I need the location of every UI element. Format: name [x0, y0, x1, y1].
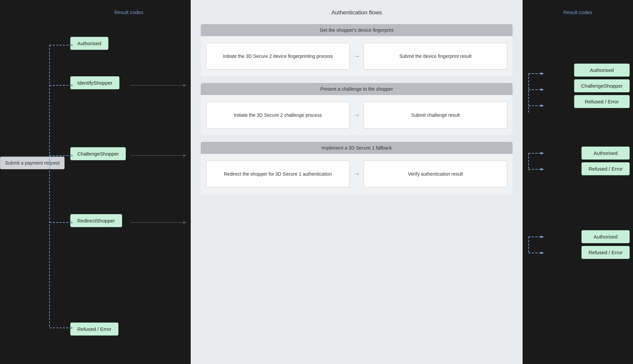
- fallback-step1: Redirect the shopper for 3D Secure 1 aut…: [206, 161, 350, 187]
- right-results-fingerprint: Authorised ChallengeShopper Refused / Er…: [574, 64, 630, 108]
- challenge-header: Present a challenge to the shopper: [201, 83, 513, 95]
- left-svg-lines: [0, 0, 191, 364]
- result-box-redirectshopper: RedirectShopper: [70, 214, 122, 227]
- right-result-authorised-3: Authorised: [581, 230, 630, 243]
- fingerprint-step1: Initiate the 3D Secure 2 device fingerpr…: [206, 43, 350, 70]
- right-result-authorised-1: Authorised: [574, 64, 630, 77]
- left-result-authorised: Authorised: [70, 37, 108, 50]
- fallback-header: Implement a 3D Secure 1 fallback: [201, 142, 513, 154]
- right-result-refused-1: Refused / Error: [574, 95, 630, 108]
- center-title: Authentication flows: [201, 9, 513, 16]
- svg-marker-27: [541, 152, 544, 155]
- right-result-challengeshopper-1: ChallengeShopper: [574, 79, 630, 92]
- left-panel: Result codes Submit a payment request Au…: [0, 0, 191, 364]
- svg-marker-15: [183, 154, 187, 157]
- challenge-arrow: →: [353, 111, 360, 119]
- result-box-refusederror-left: Refused / Error: [70, 323, 118, 336]
- svg-marker-13: [183, 84, 187, 87]
- right-svg-lines: [523, 0, 633, 364]
- flow-section-challenge: Present a challenge to the shopper Initi…: [201, 83, 513, 135]
- right-panel: Result codes Authorised ChallengeShopper…: [523, 0, 633, 364]
- svg-marker-29: [541, 168, 544, 171]
- left-panel-title: Result codes: [67, 9, 191, 15]
- right-result-refused-3: Refused / Error: [581, 246, 630, 259]
- flow-section-fallback: Implement a 3D Secure 1 fallback Redirec…: [201, 142, 513, 194]
- result-box-challengeshopper: ChallengeShopper: [70, 147, 126, 160]
- left-result-refusederror: Refused / Error: [70, 323, 118, 336]
- left-result-redirectshopper: RedirectShopper: [70, 214, 122, 227]
- right-result-refused-2: Refused / Error: [581, 162, 630, 175]
- challenge-step1: Initiate the 3D Secure 2 challenge proce…: [206, 102, 350, 128]
- fallback-arrow: →: [353, 170, 360, 178]
- diagram-wrapper: Result codes Submit a payment request Au…: [0, 0, 633, 364]
- left-result-identifyshopper: IdentifyShopper: [70, 76, 119, 89]
- right-panel-title: Result codes: [523, 9, 633, 15]
- fingerprint-arrow: →: [353, 52, 360, 61]
- challenge-body: Initiate the 3D Secure 2 challenge proce…: [201, 95, 513, 135]
- flow-section-fingerprint: Get the shopper's device fingerprint Ini…: [201, 24, 513, 76]
- fingerprint-step2: Submit the device fingerprint result: [364, 43, 507, 70]
- svg-marker-34: [541, 252, 544, 254]
- svg-marker-24: [541, 104, 544, 107]
- right-result-authorised-2: Authorised: [581, 147, 630, 160]
- fingerprint-header: Get the shopper's device fingerprint: [201, 24, 513, 36]
- result-box-identifyshopper: IdentifyShopper: [70, 76, 119, 89]
- right-results-fallback: Authorised Refused / Error: [581, 230, 630, 259]
- svg-marker-32: [541, 236, 544, 238]
- fallback-body: Redirect the shopper for 3D Secure 1 aut…: [201, 154, 513, 194]
- right-results-challenge: Authorised Refused / Error: [581, 147, 630, 175]
- fallback-step2: Verify authentication result: [364, 161, 507, 187]
- submit-payment-box: Submit a payment request: [0, 157, 65, 169]
- center-panel: Authentication flows Get the shopper's d…: [191, 0, 523, 364]
- fingerprint-body: Initiate the 3D Secure 2 device fingerpr…: [201, 36, 513, 76]
- svg-marker-20: [541, 72, 544, 75]
- svg-marker-22: [541, 88, 544, 91]
- challenge-step2: Submit challenge result: [364, 102, 507, 128]
- svg-marker-17: [183, 221, 187, 224]
- result-box-authorised: Authorised: [70, 37, 108, 50]
- left-result-challengeshopper: ChallengeShopper: [70, 147, 126, 160]
